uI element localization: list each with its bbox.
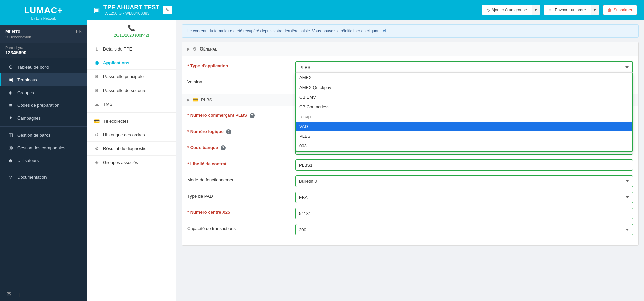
utilisateurs-icon: ☻ [8, 158, 14, 163]
section-header-general[interactable]: ▶ ⚙ Général [182, 42, 638, 56]
num-centre-x25-input[interactable] [295, 208, 633, 219]
campagnes-icon: ✦ [8, 115, 14, 121]
form-card-general: ▶ ⚙ Général Type d'application PLBS [182, 42, 639, 246]
chevron-down-icon: ▶ [187, 47, 190, 51]
edit-button[interactable]: ✎ [163, 6, 172, 14]
left-nav-tms[interactable]: ☁ TMS [87, 97, 176, 111]
capacite-transactions-select[interactable]: 200 [295, 224, 633, 235]
sidebar-item-gestion-compagnies[interactable]: ◎ Gestion des compagnies [0, 141, 87, 154]
dashboard-icon: ⊙ [8, 64, 14, 70]
left-nav-historique[interactable]: ↺ Historique des ordres [87, 128, 176, 142]
last-call-date: 📞 26/11/2020 (00h42) [87, 20, 176, 42]
sub-section-plbs-label: PLBS [201, 97, 212, 102]
add-group-btn[interactable]: ◇ Ajouter à un groupe ▾ [482, 5, 540, 15]
left-nav-applications[interactable]: ◉ Applications [87, 56, 176, 70]
type-application-control: PLBS AMEX AMEX Quickpay CB EMV CB Contac… [295, 61, 633, 73]
sidebar-item-tableau-de-bord[interactable]: ⊙ Tableau de bord [0, 61, 87, 73]
sidebar-item-gestion-parcs[interactable]: ◫ Gestion de parcs [0, 129, 87, 141]
left-nav-passerelle-principale[interactable]: ⊕ Passerelle principale [87, 70, 176, 83]
chevron-plbs-icon: ▶ [187, 98, 190, 102]
form-row-type-pad: Type de PAD EBA [187, 192, 633, 203]
help-icon-code-banque[interactable]: ? [221, 145, 226, 150]
option-cb-contactless[interactable]: CB Contactless [296, 102, 632, 112]
left-nav-groupes-associes[interactable]: ◈ Groupes associés [87, 156, 176, 169]
list-icon[interactable]: ≡ [26, 291, 30, 298]
topbar: ▣ TPE AHUART TEST IWL250 G - WL80400383 … [87, 0, 644, 20]
passerelle-principale-icon: ⊕ [94, 74, 100, 79]
option-amex[interactable]: AMEX [296, 73, 632, 82]
codes-icon: ≡ [8, 102, 14, 108]
logo-sub: By Lyra Network [24, 16, 63, 20]
version-label: Version [187, 77, 295, 85]
topbar-subtitle: IWL250 G - WL80400383 [103, 11, 159, 16]
sidebar-item-codes-preparation[interactable]: ≡ Codes de préparation [0, 99, 87, 111]
capacite-transactions-control: 200 [295, 224, 633, 235]
sidebar-item-label: Terminaux [17, 77, 37, 82]
sidebar: LUMAC+ By Lyra Network Mfierro FR ↪ Déco… [0, 0, 87, 301]
option-plbs[interactable]: PLBS [296, 131, 632, 141]
send-order-icon: ≡+ [549, 8, 553, 12]
left-nav-details-tpe[interactable]: ℹ Détails du TPE [87, 42, 176, 56]
sidebar-logout[interactable]: ↪ Déconnexion [5, 35, 82, 39]
help-icon-num-commercant[interactable]: ? [250, 113, 255, 118]
mode-fonctionnement-label: Mode de fonctionnement [187, 175, 295, 182]
info-icon: ℹ [94, 46, 100, 52]
libelle-contrat-control [295, 159, 633, 171]
form-row-mode-fonctionnement: Mode de fonctionnement Bulletin 8 [187, 175, 633, 187]
sidebar-parc-label: Parc : Lyra [5, 46, 82, 50]
option-vad[interactable]: VAD [296, 122, 632, 131]
type-pad-select[interactable]: EBA [295, 192, 633, 203]
num-commercant-label: Numéro commerçant PLBS ? [187, 111, 295, 118]
sidebar-item-label: Codes de préparation [17, 103, 59, 108]
sidebar-item-campagnes[interactable]: ✦ Campagnes [0, 111, 87, 124]
left-nav-telecollectes[interactable]: 💳 Télécollectes [87, 114, 176, 128]
sidebar-lang-selector[interactable]: FR [76, 29, 82, 34]
send-order-main[interactable]: ≡+ Envoyer un ordre [544, 5, 591, 15]
send-order-dropdown[interactable]: ▾ [591, 5, 599, 15]
sidebar-parc: Parc : Lyra 12345690 [0, 43, 87, 58]
topbar-actions: ◇ Ajouter à un groupe ▾ ≡+ Envoyer un or… [482, 5, 637, 15]
send-order-btn[interactable]: ≡+ Envoyer un ordre ▾ [544, 5, 599, 15]
documentation-icon: ? [8, 174, 14, 180]
card-icon: 💳 [193, 97, 198, 102]
type-application-select[interactable]: PLBS [295, 61, 633, 73]
reset-link[interactable]: ici [382, 29, 386, 33]
sidebar-item-utilisateurs[interactable]: ☻ Utilisateurs [0, 154, 87, 167]
mail-icon[interactable]: ✉ [7, 290, 12, 298]
num-logique-label: Numéro logique ? [187, 127, 295, 134]
code-banque-label: Code banque ? [187, 143, 295, 150]
capacite-transactions-label: Capacité de transactions [187, 224, 295, 231]
sidebar-nav: ⊙ Tableau de bord ▣ Terminaux ◈ Groupes … [0, 58, 87, 287]
left-panel: 📞 26/11/2020 (00h42) ℹ Détails du TPE ◉ … [87, 20, 176, 301]
mode-fonctionnement-select[interactable]: Bulletin 8 [295, 175, 633, 187]
left-nav-diagnostic[interactable]: ⚙ Résultat du diagnostic [87, 142, 176, 156]
gear-icon: ⚙ [193, 46, 197, 52]
content-area: 📞 26/11/2020 (00h42) ℹ Détails du TPE ◉ … [87, 20, 644, 301]
phone-icon: 📞 [91, 24, 172, 32]
num-centre-x25-label: Numéro centre X25 [187, 208, 295, 215]
topbar-title: TPE AHUART TEST [103, 4, 159, 11]
gestion-compagnies-icon: ◎ [8, 145, 14, 151]
groupes-icon: ◈ [8, 90, 14, 96]
libelle-contrat-input[interactable] [295, 159, 633, 171]
option-amex-quickpay[interactable]: AMEX Quickpay [296, 82, 632, 92]
left-nav-passerelle-secours[interactable]: ⊕ Passerelle de secours [87, 83, 176, 97]
sidebar-item-label: Gestion de parcs [17, 133, 50, 138]
tpe-icon: ▣ [94, 6, 100, 14]
form-row-type-application: Type d'application PLBS AMEX AMEX Quickp… [187, 61, 633, 73]
main-area: ▣ TPE AHUART TEST IWL250 G - WL80400383 … [87, 0, 644, 301]
option-003[interactable]: 003 [296, 141, 632, 151]
delete-button[interactable]: 🗑 Supprimer [603, 5, 637, 15]
option-izicap[interactable]: Izicap [296, 112, 632, 122]
applications-icon: ◉ [94, 60, 100, 65]
sidebar-item-groupes[interactable]: ◈ Groupes [0, 86, 87, 99]
help-icon-num-logique[interactable]: ? [226, 129, 231, 134]
sidebar-item-documentation[interactable]: ? Documentation [0, 171, 87, 183]
sidebar-item-terminaux[interactable]: ▣ Terminaux [0, 73, 87, 86]
add-group-main[interactable]: ◇ Ajouter à un groupe [482, 5, 531, 15]
option-cb-emv[interactable]: CB EMV [296, 92, 632, 102]
historique-icon: ↺ [94, 132, 100, 137]
add-group-dropdown[interactable]: ▾ [532, 5, 540, 15]
diagnostic-icon: ⚙ [94, 146, 100, 151]
terminaux-icon: ▣ [8, 77, 14, 83]
